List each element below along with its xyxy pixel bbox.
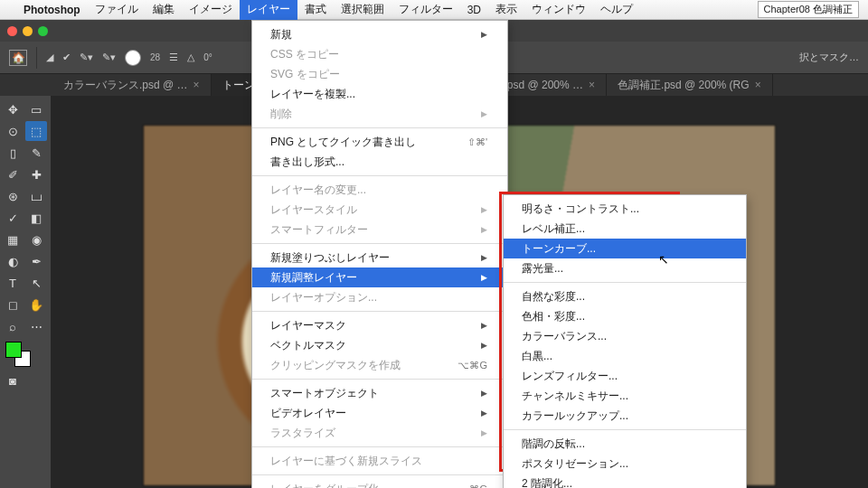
layer-menu-item: CSS をコピー (252, 44, 507, 64)
menu-file[interactable]: ファイル (95, 2, 138, 17)
spot-heal-tool[interactable]: ✚ (25, 164, 47, 184)
document-tab[interactable]: 色調補正.psd @ 200% (RG× (607, 74, 773, 96)
eraser-tool[interactable]: ◧ (25, 208, 47, 228)
crop-tool[interactable]: ▯ (2, 143, 24, 163)
lasso-tool[interactable]: ⊙ (2, 121, 24, 141)
brush-settings-icon[interactable]: ☰ (169, 52, 178, 63)
color-swatches[interactable] (5, 342, 33, 369)
layer-menu-item: クリッピングマスクを作成⌥⌘G (252, 355, 507, 375)
layer-menu-item[interactable]: レイヤーマスク (252, 315, 507, 335)
layer-menu-item: 削除 (252, 104, 507, 124)
brush-size[interactable]: 28 (150, 52, 160, 62)
close-icon[interactable]: × (755, 79, 761, 91)
menu-image[interactable]: イメージ (189, 2, 232, 17)
layer-menu-item[interactable]: PNG としてクイック書き出し⇧⌘' (252, 132, 507, 152)
tools-panel: ✥▭⊙⬚▯✎✐✚⊛⌴✓◧▦◉◐✒T↖◻✋⌕⋯◙ (0, 96, 51, 488)
brush-icon[interactable]: ✔ (62, 52, 71, 63)
adjustment-submenu-item[interactable]: 明るさ・コントラスト... (504, 199, 746, 219)
traffic-lights[interactable] (7, 26, 48, 36)
hand-tool[interactable]: ✋ (25, 295, 47, 314)
quick-select-tool[interactable]: ⬚ (25, 121, 47, 141)
select-and-mask-button[interactable]: 択とマスク… (799, 51, 859, 64)
marquee-tool[interactable]: ▭ (25, 99, 47, 119)
menu-window[interactable]: ウィンドウ (532, 2, 586, 17)
clone-stamp-tool[interactable]: ⌴ (25, 186, 47, 206)
chapter-badge: Chapter08 色調補正 (758, 1, 859, 18)
pen-tool[interactable]: ✒ (25, 251, 47, 271)
document-tab[interactable]: カラーバランス.psd @ …× (52, 74, 212, 96)
menu-layer[interactable]: レイヤー (240, 0, 297, 20)
rectangle-tool[interactable]: ◻ (2, 295, 24, 314)
type-tool[interactable]: T (2, 273, 24, 293)
layer-menu-item: レイヤーをグループ化⌘G (252, 479, 507, 488)
layer-menu-item: レイヤーに基づく新規スライス (252, 451, 507, 471)
history-brush-tool[interactable]: ✓ (2, 208, 24, 228)
quick-mask-icon[interactable]: ◙ (2, 371, 24, 390)
layer-menu-item[interactable]: レイヤーを複製... (252, 84, 507, 104)
layer-menu-item: スマートフィルター (252, 220, 507, 239)
brush-icon-3[interactable]: ✎▾ (102, 52, 116, 63)
layer-menu-item: レイヤー名の変更... (252, 180, 507, 200)
new-adjustment-layer-submenu: 明るさ・コントラスト...レベル補正...トーンカーブ...露光量...自然な彩… (503, 194, 747, 488)
menu-filter[interactable]: フィルター (399, 2, 453, 17)
close-icon[interactable]: × (193, 79, 200, 91)
adjustment-submenu-item[interactable]: カラールックアップ... (504, 406, 746, 426)
app-name[interactable]: Photoshop (24, 4, 80, 16)
zoom-tool[interactable]: ⌕ (2, 316, 24, 336)
layer-menu-item[interactable]: 書き出し形式... (252, 152, 507, 172)
adjustment-submenu-item[interactable]: 階調の反転... (504, 434, 746, 454)
adjustment-submenu-item[interactable]: トーンカーブ... (504, 239, 746, 258)
adjustment-submenu-item[interactable]: 色相・彩度... (504, 306, 746, 326)
brush-icon-2[interactable]: ✎▾ (80, 52, 93, 63)
layer-menu-item[interactable]: 新規調整レイヤー (252, 267, 507, 287)
mac-menubar: Photoshop ファイル 編集 イメージ レイヤー 書式 選択範囲 フィルタ… (0, 0, 868, 20)
layer-menu-item[interactable]: スマートオブジェクト (252, 383, 507, 403)
dodge-tool[interactable]: ◐ (2, 251, 24, 271)
menu-edit[interactable]: 編集 (153, 2, 175, 17)
close-icon[interactable]: × (589, 79, 595, 91)
menu-3d[interactable]: 3D (467, 4, 481, 16)
layer-menu-item[interactable]: 新規 (252, 24, 507, 44)
adjustment-submenu-item[interactable]: 白黒... (504, 346, 746, 366)
layer-menu-item[interactable]: ベクトルマスク (252, 335, 507, 355)
adjustment-submenu-item[interactable]: カラーバランス... (504, 326, 746, 346)
edit-toolbar[interactable]: ⋯ (25, 316, 47, 336)
menu-help[interactable]: ヘルプ (600, 2, 633, 17)
move-tool[interactable]: ✥ (2, 99, 24, 119)
gradient-tool[interactable]: ▦ (2, 230, 24, 249)
brush-tool[interactable]: ⊛ (2, 186, 24, 206)
layer-menu-item: レイヤースタイル (252, 200, 507, 220)
layer-menu-item[interactable]: ビデオレイヤー (252, 403, 507, 423)
layer-menu-item: レイヤーオプション... (252, 287, 507, 307)
adjustment-submenu-item[interactable]: 自然な彩度... (504, 286, 746, 306)
frame-tool[interactable]: ✎ (25, 143, 47, 163)
layer-menu-item[interactable]: 新規塗りつぶしレイヤー (252, 248, 507, 267)
layer-menu-item: SVG をコピー (252, 64, 507, 84)
fg-color-icon[interactable] (5, 342, 22, 358)
path-select-tool[interactable]: ↖ (25, 273, 47, 293)
adjustment-submenu-item[interactable]: レベル補正... (504, 219, 746, 239)
brush-preview-icon[interactable] (125, 50, 141, 66)
maximize-icon[interactable] (38, 26, 48, 36)
tool-preset-icon[interactable]: ◢ (46, 52, 53, 63)
layer-dropdown-menu: 新規CSS をコピーSVG をコピーレイヤーを複製...削除PNG としてクイッ… (251, 20, 508, 488)
close-icon[interactable] (7, 26, 17, 36)
layer-menu-item: ラスタライズ (252, 423, 507, 443)
menu-select[interactable]: 選択範囲 (341, 2, 384, 17)
adjustment-submenu-item[interactable]: 露光量... (504, 258, 746, 278)
adjustment-submenu-item[interactable]: 2 階調化... (504, 474, 746, 488)
adjustment-submenu-item[interactable]: レンズフィルター... (504, 366, 746, 386)
blur-tool[interactable]: ◉ (25, 230, 47, 249)
menu-view[interactable]: 表示 (495, 2, 517, 17)
brush-angle[interactable]: 0° (203, 52, 212, 62)
home-button[interactable]: 🏠 (9, 50, 27, 66)
adjustment-submenu-item[interactable]: チャンネルミキサー... (504, 386, 746, 406)
menu-type[interactable]: 書式 (305, 2, 326, 17)
adjustment-submenu-item[interactable]: ポスタリゼーション... (504, 454, 746, 474)
minimize-icon[interactable] (23, 26, 33, 36)
eyedropper-tool[interactable]: ✐ (2, 164, 24, 184)
